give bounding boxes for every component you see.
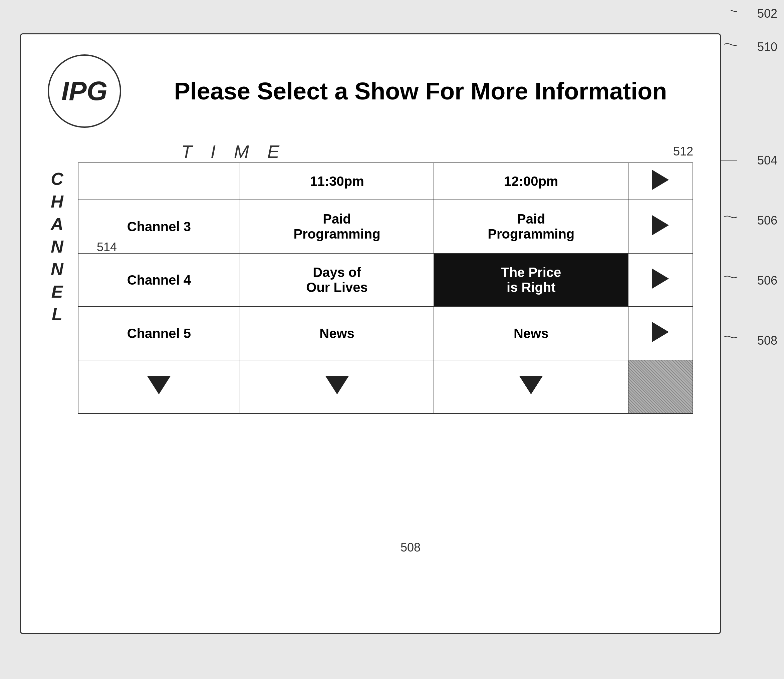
time-col1[interactable]: 11:30pm bbox=[240, 163, 434, 200]
annotation-512: 512 bbox=[673, 144, 693, 158]
down-arrow-icon bbox=[520, 376, 543, 394]
bottom-nav-row bbox=[78, 360, 693, 413]
table-row: Channel 3 PaidProgramming PaidProgrammin… bbox=[78, 200, 693, 253]
prog-ch3-t2[interactable]: PaidProgramming bbox=[434, 200, 628, 253]
down-arrow-icon bbox=[325, 376, 349, 394]
annotation-510: 510 bbox=[757, 40, 777, 54]
right-arrow-icon bbox=[652, 170, 669, 190]
annotation-514: 514 bbox=[97, 240, 117, 254]
right-arrow-icon bbox=[652, 322, 669, 342]
main-card: IPG Please Select a Show For More Inform… bbox=[20, 33, 721, 634]
time-header-row: T I M E 512 bbox=[78, 141, 693, 162]
arrow-right-ch5[interactable] bbox=[628, 307, 693, 360]
arrow-right-header[interactable] bbox=[628, 163, 693, 200]
prog-ch5-t2[interactable]: News bbox=[434, 307, 628, 360]
time-col2[interactable]: 12:00pm bbox=[434, 163, 628, 200]
program-grid: 11:30pm 12:00pm Channel 3 PaidProgrammin… bbox=[78, 163, 693, 414]
down-arrow-ch[interactable] bbox=[78, 360, 240, 413]
prog-ch4-t1[interactable]: Days ofOur Lives bbox=[240, 253, 434, 307]
table-row: Channel 4 Days ofOur Lives The Priceis R… bbox=[78, 253, 693, 307]
grid-wrapper: T I M E 512 11:30pm 12:00pm bbox=[78, 141, 693, 414]
annotation-506a: 506 bbox=[757, 214, 777, 228]
annotation-506b: 506 bbox=[757, 274, 777, 288]
page-title: Please Select a Show For More Informatio… bbox=[148, 77, 693, 105]
arrow-right-ch4[interactable] bbox=[628, 253, 693, 307]
annotation-504: 504 bbox=[757, 153, 777, 167]
annotation-508a: 508 bbox=[757, 334, 777, 348]
channel-5-label[interactable]: Channel 5 bbox=[78, 307, 240, 360]
down-arrow-icon bbox=[147, 376, 171, 394]
prog-ch5-t1[interactable]: News bbox=[240, 307, 434, 360]
annotation-502: 502 bbox=[757, 7, 777, 21]
header: IPG Please Select a Show For More Inform… bbox=[21, 34, 720, 141]
prog-ch4-t2[interactable]: The Priceis Right bbox=[434, 253, 628, 307]
corner-br-cell bbox=[628, 360, 693, 413]
channel-vertical-label: C H A N N E L bbox=[48, 141, 68, 325]
down-arrow-t2[interactable] bbox=[434, 360, 628, 413]
arrow-right-ch3[interactable] bbox=[628, 200, 693, 253]
corner-cell bbox=[78, 163, 240, 200]
right-arrow-icon bbox=[652, 215, 669, 235]
table-row: Channel 5 News News bbox=[78, 307, 693, 360]
down-arrow-t1[interactable] bbox=[240, 360, 434, 413]
ipg-logo: IPG bbox=[48, 55, 121, 128]
time-label: T I M E bbox=[181, 141, 667, 162]
guide-area: C H A N N E L T I M E 512 11:30pm bbox=[21, 141, 720, 414]
time-row: 11:30pm 12:00pm bbox=[78, 163, 693, 200]
prog-ch3-t1[interactable]: PaidProgramming bbox=[240, 200, 434, 253]
logo-text: IPG bbox=[61, 76, 108, 106]
channel-4-label[interactable]: Channel 4 bbox=[78, 253, 240, 307]
right-arrow-icon bbox=[652, 269, 669, 289]
annotation-508b: 508 bbox=[401, 541, 421, 555]
